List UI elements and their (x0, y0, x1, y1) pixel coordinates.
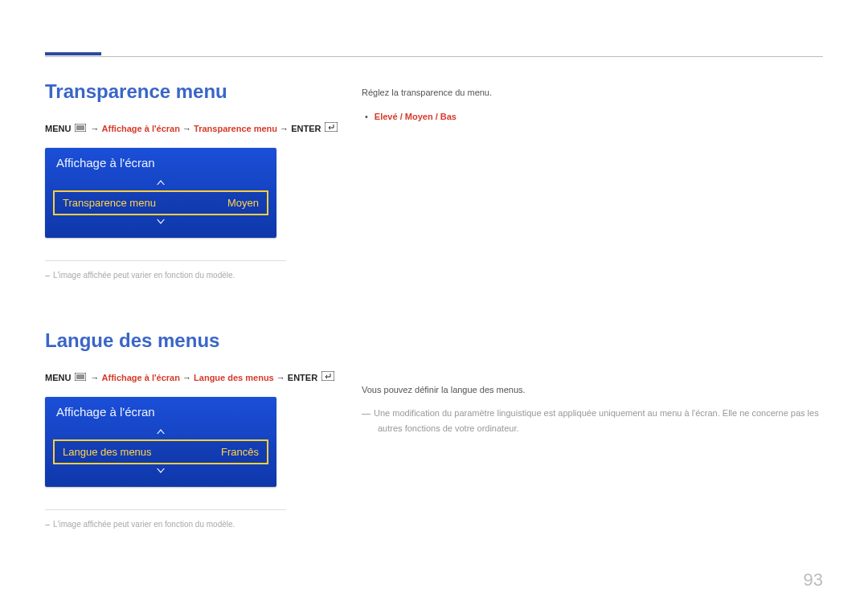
enter-icon (325, 122, 338, 137)
path-step2: Transparence menu (194, 124, 277, 133)
note-line: ―Une modification du paramètre linguisti… (362, 406, 823, 435)
svg-marker-13 (157, 468, 165, 473)
osd-up-arrow[interactable] (45, 425, 276, 438)
section-heading: Langue des menus (45, 329, 342, 352)
path-step2: Langue des menus (194, 373, 274, 382)
svg-marker-12 (157, 429, 165, 434)
arrow: → (91, 373, 100, 382)
top-rule (45, 56, 823, 57)
menu-path: MENU → Affichage à l'écran → Transparenc… (45, 122, 342, 137)
path-prefix: MENU (45, 124, 71, 133)
osd-panel: Affichage à l'écran Langue des menus Fra… (45, 397, 276, 487)
svg-rect-11 (321, 371, 334, 381)
right-section-langue: Vous pouvez définir la langue des menus.… (362, 382, 823, 436)
osd-title: Affichage à l'écran (45, 397, 276, 425)
arrow: → (182, 124, 191, 133)
left-column: Transparence menu MENU → Affichage à l'é… (45, 80, 342, 562)
osd-selected-row[interactable]: Transparence menu Moyen (53, 190, 268, 215)
thin-rule (45, 260, 286, 261)
footnote-dash: ‒ (45, 520, 50, 529)
section-langue: Langue des menus MENU → Affichage à l'éc… (45, 329, 342, 530)
path-suffix: ENTER (291, 124, 321, 133)
section-heading: Transparence menu (45, 80, 342, 103)
options-bullet: •Elevé / Moyen / Bas (362, 109, 823, 125)
menu-path: MENU → Affichage à l'écran → Langue des … (45, 371, 342, 386)
svg-marker-6 (157, 219, 165, 224)
osd-panel: Affichage à l'écran Transparence menu Mo… (45, 148, 276, 238)
description-line: Vous pouvez définir la langue des menus. (362, 382, 823, 398)
arrow: → (91, 124, 100, 133)
path-suffix: ENTER (288, 373, 317, 382)
page-number: 93 (804, 570, 823, 591)
svg-rect-4 (325, 122, 338, 132)
thin-rule (45, 509, 286, 510)
osd-item-value: Francês (221, 446, 259, 458)
menu-icon (75, 371, 86, 386)
enter-icon (321, 371, 334, 386)
right-column: Réglez la transparence du menu. •Elevé /… (362, 80, 823, 436)
accent-bar (45, 52, 101, 55)
page: Transparence menu MENU → Affichage à l'é… (0, 0, 868, 613)
footnote: ‒L'image affichée peut varier en fonctio… (45, 269, 342, 281)
note-text: Une modification du paramètre linguistiq… (374, 408, 819, 433)
footnote: ‒L'image affichée peut varier en fonctio… (45, 518, 342, 530)
arrow: → (280, 124, 289, 133)
osd-item-label: Transparence menu (63, 197, 156, 209)
arrow: → (276, 373, 285, 382)
options-text: Elevé / Moyen / Bas (375, 112, 457, 121)
arrow: → (182, 373, 191, 382)
section-transparence: Transparence menu MENU → Affichage à l'é… (45, 80, 342, 281)
osd-item-label: Langue des menus (63, 446, 152, 458)
footnote-text: L'image affichée peut varier en fonction… (53, 520, 235, 529)
path-step1: Affichage à l'écran (102, 124, 180, 133)
footnote-dash: ‒ (45, 271, 50, 280)
osd-selected-row[interactable]: Langue des menus Francês (53, 439, 268, 464)
right-section-transparence: Réglez la transparence du menu. •Elevé /… (362, 85, 823, 125)
path-step1: Affichage à l'écran (102, 373, 180, 382)
osd-down-arrow[interactable] (45, 466, 276, 479)
osd-down-arrow[interactable] (45, 217, 276, 230)
menu-icon (75, 122, 86, 137)
bullet-dot: • (365, 112, 368, 121)
footnote-text: L'image affichée peut varier en fonction… (53, 271, 235, 280)
svg-marker-5 (157, 180, 165, 185)
path-prefix: MENU (45, 373, 71, 382)
osd-up-arrow[interactable] (45, 176, 276, 189)
osd-title: Affichage à l'écran (45, 148, 276, 176)
osd-item-value: Moyen (227, 197, 259, 209)
note-dash: ― (362, 408, 371, 418)
description-line: Réglez la transparence du menu. (362, 85, 823, 101)
